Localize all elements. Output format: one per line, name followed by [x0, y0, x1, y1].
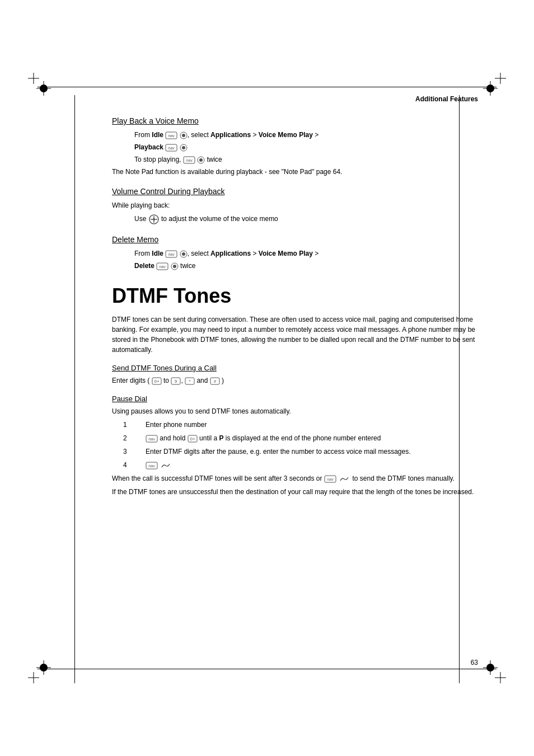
- section-pause-dial: Pause Dial Using pauses allows you to se…: [112, 395, 478, 497]
- svg-text:0+: 0+: [154, 379, 159, 384]
- section-delete-memo: Delete Memo From Idle nav , select Appli…: [112, 235, 478, 271]
- svg-point-7: [182, 146, 185, 149]
- pause-dial-note2: If the DTMF tones are unsuccessful then …: [112, 487, 478, 497]
- play-back-step1: From Idle nav , select Applications > Vo…: [134, 130, 478, 140]
- delete-step1b: Delete nav twice: [134, 261, 478, 271]
- step-1-text: Enter phone number: [146, 420, 207, 430]
- play-back-heading: Play Back a Voice Memo: [112, 116, 478, 125]
- section-volume-control: Volume Control During Playback While pla…: [112, 187, 478, 225]
- left-border-line: [74, 95, 75, 683]
- svg-text:nav: nav: [186, 158, 193, 162]
- step-1: 1 Enter phone number: [123, 420, 478, 430]
- delete-applications-label: Applications: [210, 250, 251, 257]
- bottom-border-line: [38, 669, 496, 669]
- svg-text:nav: nav: [168, 146, 175, 150]
- header-label: Additional Features: [415, 95, 478, 103]
- play-back-step1b: Playback nav: [134, 142, 478, 152]
- send-dtmf-body: Enter digits ( 0+ to 9 , * and: [112, 375, 478, 386]
- step-number-1: 1: [123, 420, 134, 430]
- delete-memo-heading: Delete Memo: [112, 235, 478, 244]
- svg-text:0+: 0+: [190, 436, 195, 442]
- reg-mark-top-left: [38, 83, 49, 94]
- step-number-3: 3: [123, 447, 134, 457]
- cross-mark-bottom-left: [28, 672, 39, 683]
- svg-point-11: [199, 158, 203, 162]
- section-send-dtmf: Send DTMF Tones During a Call Enter digi…: [112, 364, 478, 386]
- delete-label: Delete: [134, 262, 154, 270]
- svg-point-19: [182, 252, 185, 256]
- svg-text:nav: nav: [168, 134, 175, 138]
- dtmf-intro: DTMF tones can be sent during conversati…: [112, 314, 478, 355]
- pause-dial-heading: Pause Dial: [112, 395, 478, 403]
- svg-text:#: #: [214, 379, 217, 384]
- pause-dial-intro: Using pauses allows you to send DTMF ton…: [112, 406, 478, 416]
- volume-instruction: Use to adjust the volume of the voice me…: [134, 214, 478, 225]
- svg-text:*: *: [189, 379, 191, 384]
- cross-mark-bottom-right: [495, 672, 506, 683]
- dtmf-heading: DTMF Tones: [112, 284, 478, 308]
- step-4-text: nav: [146, 460, 172, 470]
- page: Additional Features Play Back a Voice Me…: [0, 0, 534, 756]
- reg-mark-bottom-right: [485, 662, 496, 673]
- idle-label: Idle: [152, 131, 163, 139]
- step-3: 3 Enter DTMF digits after the pause, e.g…: [123, 447, 478, 457]
- send-dtmf-heading: Send DTMF Tones During a Call: [112, 364, 478, 372]
- play-back-step2: To stop playing, nav twice: [134, 154, 478, 165]
- delete-step1: From Idle nav , select Applications > Vo…: [134, 248, 478, 259]
- note-pad-note: The Note Pad function is available durin…: [112, 167, 478, 177]
- applications-label: Applications: [210, 131, 251, 139]
- svg-text:9: 9: [175, 379, 177, 384]
- while-playing-label: While playing back:: [112, 200, 478, 210]
- step-4: 4 nav: [123, 460, 478, 470]
- playback-label: Playback: [134, 143, 163, 151]
- step-2-text: nav and hold 0+ until a P is displayed a…: [146, 433, 381, 443]
- top-border-line: [38, 87, 496, 87]
- step-2: 2 nav and hold 0+ until a P is di: [123, 433, 478, 443]
- section-play-back: Play Back a Voice Memo From Idle nav , s…: [112, 116, 478, 177]
- cross-mark-top-left: [28, 73, 39, 84]
- pause-dial-note1: When the call is successful DTMF tones w…: [112, 473, 478, 483]
- svg-text:nav: nav: [168, 252, 175, 256]
- svg-point-23: [173, 265, 176, 268]
- svg-text:nav: nav: [327, 477, 334, 481]
- reg-mark-bottom-left: [38, 662, 49, 673]
- reg-mark-top-right: [485, 83, 496, 94]
- pause-dial-steps: 1 Enter phone number 2 nav and hold: [123, 420, 478, 470]
- step-number-2: 2: [123, 433, 134, 443]
- cross-mark-top-right: [495, 73, 506, 84]
- main-content: Play Back a Voice Memo From Idle nav , s…: [112, 106, 478, 655]
- page-header: Additional Features: [415, 95, 478, 103]
- svg-text:nav: nav: [160, 265, 166, 269]
- svg-text:nav: nav: [148, 464, 155, 468]
- svg-point-15: [153, 218, 155, 220]
- step-number-4: 4: [123, 460, 134, 470]
- delete-voice-memo-label: Voice Memo Play: [259, 250, 313, 257]
- volume-control-heading: Volume Control During Playback: [112, 187, 478, 196]
- step-3-text: Enter DTMF digits after the pause, e.g. …: [146, 447, 411, 457]
- voice-memo-play-label: Voice Memo Play: [259, 131, 313, 139]
- svg-point-3: [182, 134, 185, 137]
- delete-idle-label: Idle: [152, 250, 163, 257]
- svg-text:nav: nav: [148, 437, 155, 441]
- page-number: 63: [471, 659, 478, 666]
- section-dtmf: DTMF Tones DTMF tones can be sent during…: [112, 284, 478, 497]
